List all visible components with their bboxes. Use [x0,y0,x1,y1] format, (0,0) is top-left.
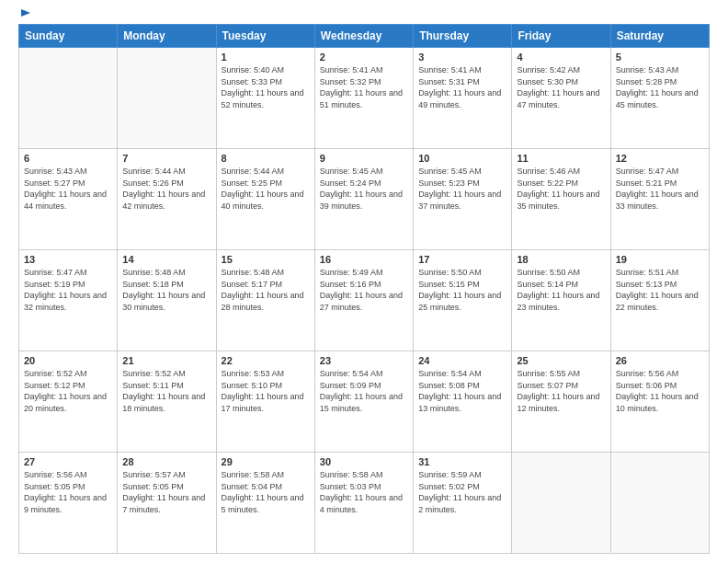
calendar-cell: 6Sunrise: 5:43 AMSunset: 5:27 PMDaylight… [19,149,118,250]
cell-date-number: 5 [616,52,704,63]
calendar-cell: 10Sunrise: 5:45 AMSunset: 5:23 PMDayligh… [414,149,512,250]
cell-date-number: 9 [320,153,408,164]
calendar-cell: 16Sunrise: 5:49 AMSunset: 5:16 PMDayligh… [314,250,413,351]
header-row: SundayMondayTuesdayWednesdayThursdayFrid… [19,25,710,48]
cell-date-number: 22 [222,355,310,366]
calendar-cell: 19Sunrise: 5:51 AMSunset: 5:13 PMDayligh… [610,250,709,351]
cell-date-number: 21 [122,355,210,366]
cell-date-number: 29 [222,456,310,467]
cell-info: Sunrise: 5:50 AMSunset: 5:14 PMDaylight:… [517,267,605,313]
header [18,15,710,17]
cell-info: Sunrise: 5:46 AMSunset: 5:22 PMDaylight:… [517,166,605,212]
cell-date-number: 10 [418,153,506,164]
calendar-cell: 15Sunrise: 5:48 AMSunset: 5:17 PMDayligh… [216,250,314,351]
cell-date-number: 13 [24,254,112,265]
calendar-cell: 27Sunrise: 5:56 AMSunset: 5:05 PMDayligh… [19,453,118,554]
cell-info: Sunrise: 5:55 AMSunset: 5:07 PMDaylight:… [517,368,605,414]
cell-info: Sunrise: 5:48 AMSunset: 5:18 PMDaylight:… [122,267,210,313]
calendar-cell: 12Sunrise: 5:47 AMSunset: 5:21 PMDayligh… [610,149,709,250]
calendar-cell: 21Sunrise: 5:52 AMSunset: 5:11 PMDayligh… [118,351,216,453]
calendar-cell: 20Sunrise: 5:52 AMSunset: 5:12 PMDayligh… [19,351,118,453]
cell-info: Sunrise: 5:54 AMSunset: 5:09 PMDaylight:… [320,368,408,414]
cell-info: Sunrise: 5:44 AMSunset: 5:26 PMDaylight:… [122,166,210,212]
cell-info: Sunrise: 5:54 AMSunset: 5:08 PMDaylight:… [418,368,506,414]
cell-info: Sunrise: 5:45 AMSunset: 5:23 PMDaylight:… [418,166,506,212]
week-row-5: 27Sunrise: 5:56 AMSunset: 5:05 PMDayligh… [19,453,710,554]
calendar-cell: 4Sunrise: 5:42 AMSunset: 5:30 PMDaylight… [512,48,610,149]
calendar-cell: 23Sunrise: 5:54 AMSunset: 5:09 PMDayligh… [314,351,413,453]
cell-date-number: 31 [418,456,506,467]
cell-info: Sunrise: 5:47 AMSunset: 5:21 PMDaylight:… [616,166,704,212]
week-row-3: 13Sunrise: 5:47 AMSunset: 5:19 PMDayligh… [19,250,710,351]
cell-info: Sunrise: 5:43 AMSunset: 5:27 PMDaylight:… [24,166,112,212]
cell-info: Sunrise: 5:58 AMSunset: 5:03 PMDaylight:… [320,469,408,515]
cell-date-number: 4 [517,52,605,63]
calendar-cell: 18Sunrise: 5:50 AMSunset: 5:14 PMDayligh… [512,250,610,351]
calendar-cell [512,453,610,554]
cell-info: Sunrise: 5:49 AMSunset: 5:16 PMDaylight:… [320,267,408,313]
cell-date-number: 11 [517,153,605,164]
cell-date-number: 17 [418,254,506,265]
cell-info: Sunrise: 5:45 AMSunset: 5:24 PMDaylight:… [320,166,408,212]
calendar-cell: 28Sunrise: 5:57 AMSunset: 5:05 PMDayligh… [118,453,216,554]
day-header-saturday: Saturday [610,25,709,48]
cell-date-number: 20 [24,355,112,366]
cell-date-number: 30 [320,456,408,467]
calendar-cell: 17Sunrise: 5:50 AMSunset: 5:15 PMDayligh… [414,250,512,351]
day-header-friday: Friday [512,25,610,48]
day-header-sunday: Sunday [19,25,118,48]
cell-info: Sunrise: 5:48 AMSunset: 5:17 PMDaylight:… [222,267,310,313]
cell-date-number: 12 [616,153,704,164]
cell-info: Sunrise: 5:59 AMSunset: 5:02 PMDaylight:… [418,469,506,515]
calendar-cell: 9Sunrise: 5:45 AMSunset: 5:24 PMDaylight… [314,149,413,250]
cell-info: Sunrise: 5:41 AMSunset: 5:31 PMDaylight:… [418,64,506,110]
calendar-cell: 3Sunrise: 5:41 AMSunset: 5:31 PMDaylight… [414,48,512,149]
cell-info: Sunrise: 5:57 AMSunset: 5:05 PMDaylight:… [122,469,210,515]
cell-date-number: 23 [320,355,408,366]
cell-date-number: 25 [517,355,605,366]
calendar-cell: 26Sunrise: 5:56 AMSunset: 5:06 PMDayligh… [610,351,709,453]
cell-date-number: 8 [222,153,310,164]
logo-flag-icon [19,7,32,20]
cell-date-number: 2 [320,52,408,63]
calendar-cell: 11Sunrise: 5:46 AMSunset: 5:22 PMDayligh… [512,149,610,250]
logo [18,15,32,17]
day-header-monday: Monday [118,25,216,48]
cell-info: Sunrise: 5:43 AMSunset: 5:28 PMDaylight:… [616,64,704,110]
cell-info: Sunrise: 5:44 AMSunset: 5:25 PMDaylight:… [222,166,310,212]
cell-info: Sunrise: 5:52 AMSunset: 5:12 PMDaylight:… [24,368,112,414]
calendar-cell: 22Sunrise: 5:53 AMSunset: 5:10 PMDayligh… [216,351,314,453]
cell-info: Sunrise: 5:56 AMSunset: 5:06 PMDaylight:… [616,368,704,414]
calendar-cell [118,48,216,149]
calendar-cell [19,48,118,149]
cell-date-number: 1 [222,52,310,63]
calendar-cell: 31Sunrise: 5:59 AMSunset: 5:02 PMDayligh… [414,453,512,554]
cell-date-number: 19 [616,254,704,265]
cell-info: Sunrise: 5:50 AMSunset: 5:15 PMDaylight:… [418,267,506,313]
calendar-cell [610,453,709,554]
cell-date-number: 24 [418,355,506,366]
calendar-table: SundayMondayTuesdayWednesdayThursdayFrid… [18,24,710,554]
week-row-1: 1Sunrise: 5:40 AMSunset: 5:33 PMDaylight… [19,48,710,149]
calendar-cell: 8Sunrise: 5:44 AMSunset: 5:25 PMDaylight… [216,149,314,250]
calendar-cell: 5Sunrise: 5:43 AMSunset: 5:28 PMDaylight… [610,48,709,149]
calendar-cell: 24Sunrise: 5:54 AMSunset: 5:08 PMDayligh… [414,351,512,453]
cell-info: Sunrise: 5:41 AMSunset: 5:32 PMDaylight:… [320,64,408,110]
week-row-2: 6Sunrise: 5:43 AMSunset: 5:27 PMDaylight… [19,149,710,250]
cell-info: Sunrise: 5:42 AMSunset: 5:30 PMDaylight:… [517,64,605,110]
logo-text [18,15,32,20]
cell-date-number: 27 [24,456,112,467]
cell-info: Sunrise: 5:58 AMSunset: 5:04 PMDaylight:… [222,469,310,515]
day-header-tuesday: Tuesday [216,25,314,48]
calendar-page: SundayMondayTuesdayWednesdayThursdayFrid… [0,0,728,563]
cell-date-number: 3 [418,52,506,63]
cell-date-number: 15 [222,254,310,265]
calendar-cell: 13Sunrise: 5:47 AMSunset: 5:19 PMDayligh… [19,250,118,351]
calendar-cell: 14Sunrise: 5:48 AMSunset: 5:18 PMDayligh… [118,250,216,351]
calendar-cell: 25Sunrise: 5:55 AMSunset: 5:07 PMDayligh… [512,351,610,453]
week-row-4: 20Sunrise: 5:52 AMSunset: 5:12 PMDayligh… [19,351,710,453]
cell-info: Sunrise: 5:51 AMSunset: 5:13 PMDaylight:… [616,267,704,313]
calendar-cell: 1Sunrise: 5:40 AMSunset: 5:33 PMDaylight… [216,48,314,149]
calendar-cell: 30Sunrise: 5:58 AMSunset: 5:03 PMDayligh… [314,453,413,554]
cell-info: Sunrise: 5:40 AMSunset: 5:33 PMDaylight:… [222,64,310,110]
